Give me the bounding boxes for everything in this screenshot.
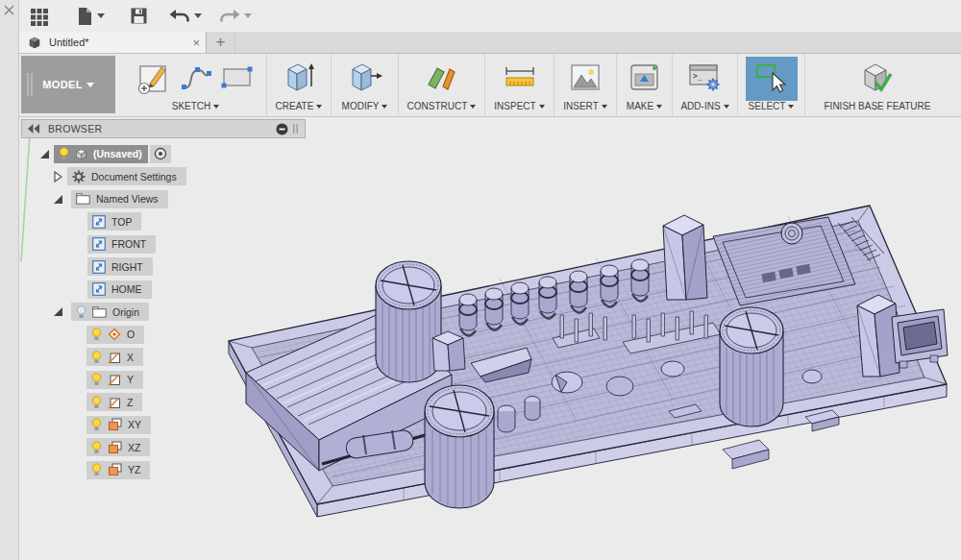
undo-button[interactable] — [167, 4, 204, 29]
finish-base-feature-icon[interactable] — [857, 60, 898, 96]
ribbon-group-create: CREATE — [267, 54, 332, 116]
origin-point-icon — [108, 328, 121, 341]
visibility-bulb-icon[interactable] — [91, 396, 102, 409]
sketch-group-label[interactable]: SKETCH — [172, 101, 220, 111]
construct-group-label[interactable]: CONSTRUCT — [407, 101, 477, 111]
workspace-selector[interactable]: MODEL — [21, 56, 115, 113]
document-cube-icon — [28, 36, 41, 49]
named-view-icon — [92, 215, 106, 229]
quick-access-toolbar — [19, 0, 961, 32]
press-pull-icon[interactable] — [346, 60, 384, 96]
expand-triangle[interactable] — [52, 306, 63, 317]
expand-triangle[interactable] — [52, 194, 63, 205]
construct-plane-icon[interactable] — [424, 60, 460, 96]
visibility-bulb-off-icon[interactable] — [76, 305, 86, 319]
close-icon[interactable] — [3, 4, 15, 16]
select-active-button[interactable] — [746, 57, 798, 101]
insert-image-icon[interactable] — [567, 61, 604, 95]
3d-print-icon[interactable] — [627, 61, 663, 95]
small-tower[interactable] — [432, 331, 465, 371]
named-views-label: Named Views — [96, 193, 159, 205]
addins-icon[interactable]: >_ — [686, 61, 725, 95]
finish-group-label[interactable]: FINISH BASE FEATURE — [825, 101, 931, 111]
document-tab[interactable]: Untitled* × — [19, 32, 207, 53]
plane-yz-node[interactable]: YZ — [86, 461, 150, 479]
origin-child-label: Y — [127, 374, 134, 385]
axis-icon — [108, 396, 121, 409]
axis-icon — [108, 373, 121, 386]
visibility-bulb-icon[interactable] — [91, 463, 102, 476]
inspect-group-label[interactable]: INSPECT — [494, 101, 544, 111]
origin-node[interactable]: Origin — [71, 303, 149, 321]
visibility-bulb-icon[interactable] — [91, 418, 102, 431]
axis-x-node[interactable]: X — [86, 348, 143, 366]
large-capacitor-1[interactable] — [376, 261, 441, 382]
make-group-label[interactable]: MAKE — [627, 101, 662, 111]
large-capacitor-3[interactable] — [720, 307, 783, 426]
ribbon-group-select: SELECT — [738, 54, 805, 116]
measure-icon[interactable] — [502, 61, 538, 95]
visibility-bulb-icon[interactable] — [91, 373, 102, 386]
plane-icon — [108, 463, 122, 476]
origin-child-label: XZ — [128, 442, 140, 453]
origin-child-label: X — [127, 352, 134, 363]
tab-close-button[interactable]: × — [192, 36, 200, 50]
gear-icon — [72, 170, 86, 183]
collapse-panel-icon[interactable] — [27, 123, 40, 134]
view-node-home[interactable]: HOME — [87, 280, 152, 299]
origin-point-node[interactable]: O — [86, 326, 144, 344]
new-tab-button[interactable]: + — [207, 32, 235, 53]
modify-group-label[interactable]: MODIFY — [342, 101, 388, 111]
workspace-caret — [86, 83, 94, 87]
plane-xz-node[interactable]: XZ — [86, 438, 150, 456]
tree-row-origin: Origin — [52, 303, 149, 322]
create-group-label[interactable]: CREATE — [276, 101, 323, 111]
visibility-bulb-icon[interactable] — [91, 351, 102, 364]
grid-icon — [30, 7, 49, 26]
file-menu-button[interactable] — [74, 4, 107, 29]
view-node-top[interactable]: TOP — [87, 212, 141, 231]
tree-row-axis-x: X — [86, 348, 143, 367]
named-views-node[interactable]: Named Views — [71, 190, 168, 208]
view-node-right[interactable]: RIGHT — [87, 257, 153, 276]
axis-z-node[interactable]: Z — [86, 393, 142, 411]
document-node[interactable]: (Unsaved) — [54, 145, 148, 163]
select-group-label[interactable]: SELECT — [749, 101, 795, 111]
transistor-tower-1[interactable] — [663, 215, 707, 300]
extrude-icon[interactable] — [281, 60, 317, 96]
app-grid-button[interactable] — [28, 4, 51, 29]
ribbon-group-addins: >_ ADD-INS — [673, 54, 738, 116]
file-menu-caret — [97, 13, 105, 18]
redo-button[interactable] — [217, 4, 254, 29]
visibility-bulb-icon[interactable] — [59, 147, 69, 160]
large-capacitor-2[interactable] — [425, 385, 494, 508]
axis-icon — [108, 351, 121, 364]
visibility-bulb-icon[interactable] — [91, 441, 102, 454]
origin-child-label: Z — [127, 397, 133, 408]
create-sketch-icon[interactable] — [136, 59, 174, 97]
view-node-front[interactable]: FRONT — [87, 235, 156, 254]
expand-triangle[interactable] — [38, 149, 50, 159]
named-view-icon — [92, 282, 106, 296]
collapsed-triangle[interactable] — [52, 171, 63, 183]
insert-group-label[interactable]: INSERT — [563, 101, 607, 111]
tree-row-document: (Unsaved) — [38, 144, 171, 163]
left-rail — [0, 0, 19, 560]
visibility-bulb-icon[interactable] — [91, 328, 102, 341]
document-tab-bar: Untitled* × + — [19, 32, 961, 54]
rectangle-icon[interactable] — [218, 61, 257, 95]
activate-component-radio[interactable] — [150, 145, 171, 163]
document-label: (Unsaved) — [93, 148, 142, 159]
axis-y-node[interactable]: Y — [86, 371, 143, 389]
plane-xy-node[interactable]: XY — [86, 416, 151, 434]
save-button[interactable] — [128, 4, 150, 29]
spline-icon[interactable] — [178, 60, 214, 96]
document-settings-node[interactable]: Document Settings — [67, 167, 186, 185]
origin-child-label: YZ — [128, 464, 140, 475]
panel-grip-icon[interactable] — [292, 123, 300, 134]
panel-minus-icon[interactable] — [276, 123, 288, 135]
tree-row-view-top: TOP — [87, 212, 141, 231]
addins-group-label[interactable]: ADD-INS — [680, 101, 728, 111]
pcb-board-model[interactable] — [229, 206, 948, 517]
connector-block[interactable] — [892, 309, 948, 368]
